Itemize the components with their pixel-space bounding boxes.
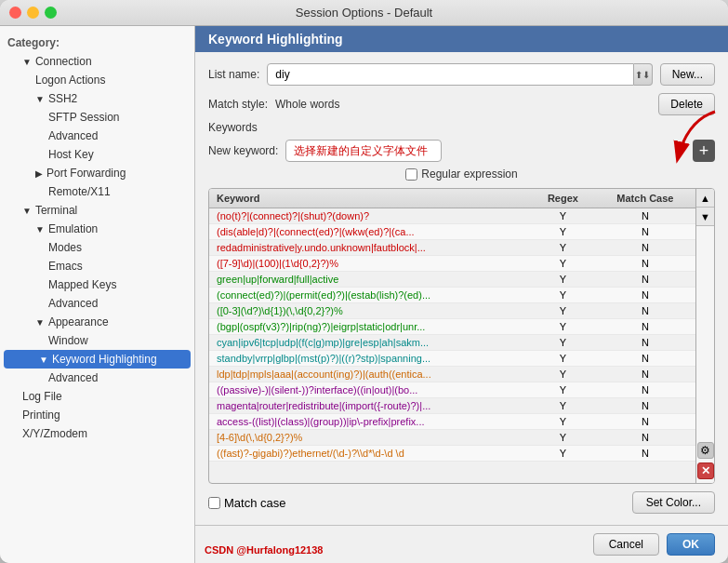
list-name-row: List name: ⬆⬇ New...: [208, 63, 715, 86]
sidebar-item-label: Logon Actions: [35, 74, 105, 87]
regex-cell: Y: [531, 288, 595, 303]
regex-cell: Y: [531, 382, 595, 398]
match-case-checkbox[interactable]: [208, 497, 220, 509]
match-case-row: Match case: [208, 496, 285, 510]
col-regex: Regex: [531, 189, 595, 208]
table-row[interactable]: ldp|tdp|mpls|aaa|(account(ing)?)|(auth((…: [209, 367, 695, 382]
footer: CSDN @Hurfalong12138 Cancel OK: [195, 525, 728, 563]
regex-cell: Y: [531, 351, 595, 367]
chevron-icon: ⬆⬇: [635, 70, 650, 80]
table-row[interactable]: ([7-9]\d)|(100)|(1\d{0,2}?)% Y N: [209, 256, 695, 272]
minimize-button[interactable]: [27, 7, 39, 19]
sidebar-item-label: Connection: [35, 55, 92, 68]
delete-button[interactable]: Delete: [658, 93, 715, 115]
regex-cell: Y: [531, 414, 595, 430]
match-case-cell: N: [595, 224, 695, 240]
sidebar-item-remote-x11[interactable]: Remote/X11: [0, 182, 194, 201]
table-row[interactable]: ([0-3](\d?)\d{1})(\,\d{0,2}?)% Y N: [209, 303, 695, 319]
match-case-cell: N: [595, 208, 695, 224]
list-name-input[interactable]: [267, 63, 633, 86]
table-row[interactable]: (no(t)?|(connect)?|(shut)?(down)? Y N: [209, 208, 695, 224]
new-button[interactable]: New...: [660, 63, 715, 86]
regex-cell: Y: [531, 256, 595, 272]
sidebar-item-xyzmodem[interactable]: X/Y/Zmodem: [0, 424, 194, 443]
match-style-value: Whole words: [275, 98, 339, 111]
keyword-table-outer: Keyword Regex Match Case (no(t)?|(connec…: [208, 188, 715, 484]
keyword-cell: (dis(able|d)?|(connect(ed)?|(wkw(ed)?|(c…: [209, 224, 531, 240]
keyword-cell: green|up|forward|full|active: [209, 272, 531, 288]
sidebar-item-logon-actions[interactable]: Logon Actions: [0, 71, 194, 89]
match-case-cell: N: [595, 351, 695, 367]
keyword-cell: (connect(ed)?)|(permit(ed)?)|(estab(lish…: [209, 288, 531, 303]
keyword-cell: access-((list)|(class)|(group))|ip\-pref…: [209, 414, 531, 430]
sidebar-item-advanced-terminal[interactable]: Advanced: [0, 294, 194, 313]
table-row[interactable]: [4-6]\d(\,\d{0,2}?)% Y N: [209, 430, 695, 446]
sidebar-item-connection[interactable]: ▼ Connection: [0, 52, 194, 71]
cancel-button[interactable]: Cancel: [593, 533, 659, 556]
sidebar-item-modes[interactable]: Modes: [0, 238, 194, 257]
sidebar-item-host-key[interactable]: Host Key: [0, 145, 194, 164]
regex-cell: Y: [531, 430, 595, 446]
sidebar-item-log-file[interactable]: Log File: [0, 387, 194, 406]
sidebar-item-port-forwarding[interactable]: ▶ Port Forwarding: [0, 164, 194, 182]
table-row[interactable]: magenta|router|redistribute|(import({-ro…: [209, 398, 695, 414]
set-color-button[interactable]: Set Color...: [632, 491, 715, 514]
sidebar-item-sftp[interactable]: SFTP Session: [0, 108, 194, 127]
sidebar-item-window[interactable]: Window: [0, 331, 194, 350]
window-title: Session Options - Default: [296, 6, 432, 20]
sidebar-item-mapped-keys[interactable]: Mapped Keys: [0, 275, 194, 294]
table-row[interactable]: ((passive)-)|(silent-))?interface)((in|o…: [209, 382, 695, 398]
match-case-cell: N: [595, 240, 695, 256]
table-row[interactable]: (dis(able|d)?|(connect(ed)?|(wkw(ed)?|(c…: [209, 224, 695, 240]
table-scroll[interactable]: Keyword Regex Match Case (no(t)?|(connec…: [209, 189, 695, 483]
sidebar-item-printing[interactable]: Printing: [0, 406, 194, 424]
sidebar-item-advanced-ssh[interactable]: Advanced: [0, 127, 194, 145]
table-row[interactable]: (bgp|(ospf(v3)?)|rip(ng)?)|eigrp|static|…: [209, 319, 695, 335]
list-name-wrapper: ⬆⬇: [267, 63, 652, 86]
regex-checkbox[interactable]: [405, 168, 417, 181]
add-keyword-button[interactable]: +: [693, 140, 715, 162]
sidebar-item-label: Advanced: [48, 129, 98, 142]
regex-cell: Y: [531, 367, 595, 382]
sidebar-item-ssh2[interactable]: ▼ SSH2: [0, 89, 194, 108]
list-name-dropdown[interactable]: ⬆⬇: [634, 63, 653, 86]
maximize-button[interactable]: [45, 7, 57, 19]
keyword-cell: [4-6]\d(\,\d{0,2}?)%: [209, 430, 531, 446]
match-case-cell: N: [595, 398, 695, 414]
sidebar-item-terminal[interactable]: ▼ Terminal: [0, 201, 194, 220]
delete-icon-button[interactable]: ✕: [697, 462, 714, 479]
sidebar-item-keyword-highlighting[interactable]: ▼ Keyword Highlighting: [4, 350, 191, 369]
keyword-cell: cyan|ipv6|tcp|udp|(f(c|g)mp)|gre|esp|ah|…: [209, 335, 531, 351]
table-row[interactable]: cyan|ipv6|tcp|udp|(f(c|g)mp)|gre|esp|ah|…: [209, 335, 695, 351]
close-button[interactable]: [9, 7, 21, 19]
regex-checkbox-label[interactable]: Regular expression: [405, 168, 517, 181]
regex-cell: Y: [531, 335, 595, 351]
arrow-icon: ▶: [35, 168, 43, 179]
sidebar-item-appearance[interactable]: ▼ Appearance: [0, 313, 194, 331]
title-bar-buttons: [9, 7, 57, 19]
scroll-down-button[interactable]: ▼: [696, 208, 714, 226]
table-row[interactable]: green|up|forward|full|active Y N: [209, 272, 695, 288]
keyword-cell: redadministrative|y.undo.unknown|fautblo…: [209, 240, 531, 256]
table-row[interactable]: access-((list)|(class)|(group))|ip\-pref…: [209, 414, 695, 430]
gear-icon-button[interactable]: ⚙: [697, 442, 714, 459]
regex-cell: Y: [531, 398, 595, 414]
table-row[interactable]: standby|vrrp|glbp|(mst(p)?)|((r)?stp)|sp…: [209, 351, 695, 367]
sidebar-item-emulation[interactable]: ▼ Emulation: [0, 220, 194, 238]
match-case-cell: N: [595, 256, 695, 272]
regex-label-text: Regular expression: [421, 168, 517, 181]
table-row[interactable]: (connect(ed)?)|(permit(ed)?)|(estab(lish…: [209, 288, 695, 303]
regex-cell: Y: [531, 303, 595, 319]
arrow-icon: ▼: [22, 206, 32, 216]
match-case-cell: N: [595, 382, 695, 398]
table-row[interactable]: redadministrative|y.undo.unknown|fautblo…: [209, 240, 695, 256]
table-row[interactable]: ((fast)?-gigabi)?)ethernet/(\d-)?\\d*\d-…: [209, 446, 695, 462]
sidebar-item-emacs[interactable]: Emacs: [0, 257, 194, 275]
sidebar-item-label: Remote/X11: [48, 185, 111, 198]
scroll-up-button[interactable]: ▲: [696, 189, 714, 208]
sidebar-item-label: Modes: [48, 241, 82, 254]
ok-button[interactable]: OK: [667, 533, 715, 556]
new-keyword-input[interactable]: [285, 140, 442, 162]
sidebar-item-advanced-appearance[interactable]: Advanced: [0, 369, 194, 387]
match-case-label: Match case: [224, 496, 285, 510]
